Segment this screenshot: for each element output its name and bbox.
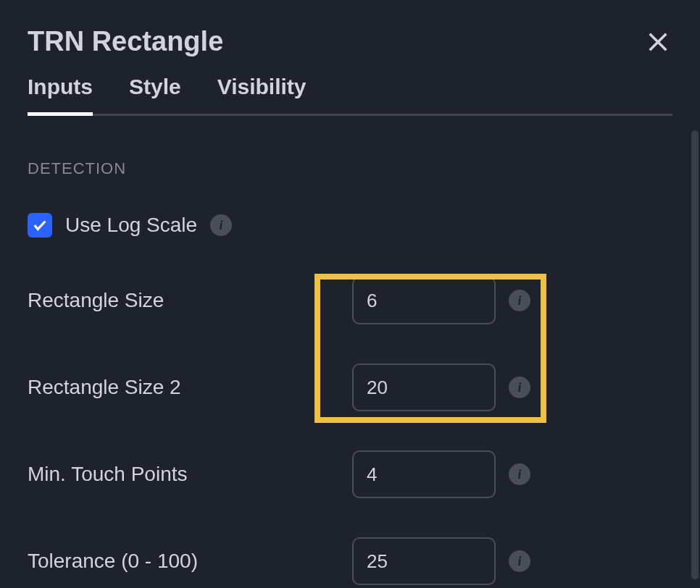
- scrollbar[interactable]: [691, 130, 699, 579]
- info-icon[interactable]: i: [509, 290, 530, 311]
- rectangle-size-2-input[interactable]: [352, 364, 496, 411]
- use-log-scale-label: Use Log Scale: [65, 214, 197, 237]
- tolerance-label: Tolerance (0 - 100): [28, 550, 352, 573]
- rectangle-size-row: Rectangle Size i: [28, 277, 672, 324]
- tolerance-input[interactable]: [352, 537, 496, 585]
- rectangle-size-2-row: Rectangle Size 2 i: [28, 364, 672, 411]
- min-touch-points-row: Min. Touch Points i: [28, 450, 672, 498]
- tab-visibility[interactable]: Visibility: [217, 75, 307, 114]
- tolerance-row: Tolerance (0 - 100) i: [28, 537, 672, 585]
- dialog-title: TRN Rectangle: [28, 26, 223, 57]
- close-button[interactable]: [643, 28, 672, 56]
- info-icon[interactable]: i: [210, 214, 232, 236]
- input-wrap: i: [352, 277, 530, 324]
- info-icon[interactable]: i: [509, 550, 530, 572]
- min-touch-points-label: Min. Touch Points: [28, 463, 352, 486]
- settings-dialog: TRN Rectangle Inputs Style Visibility DE…: [0, 0, 700, 588]
- rectangle-size-label: Rectangle Size: [28, 289, 352, 312]
- use-log-scale-row: Use Log Scale i: [28, 213, 672, 238]
- rectangle-size-2-label: Rectangle Size 2: [28, 376, 352, 399]
- tab-inputs[interactable]: Inputs: [28, 75, 93, 114]
- min-touch-points-input[interactable]: [352, 450, 496, 498]
- tabs-container: Inputs Style Visibility: [28, 75, 672, 116]
- tab-style[interactable]: Style: [129, 75, 181, 114]
- info-icon[interactable]: i: [509, 463, 530, 485]
- input-wrap: i: [352, 364, 530, 411]
- rectangle-size-input[interactable]: [352, 277, 496, 324]
- checkmark-icon: [32, 217, 48, 233]
- dialog-header: TRN Rectangle: [28, 14, 672, 75]
- input-wrap: i: [352, 450, 530, 498]
- input-wrap: i: [352, 537, 530, 585]
- section-header: DETECTION: [28, 159, 672, 178]
- use-log-scale-checkbox[interactable]: [28, 213, 52, 238]
- close-icon: [646, 30, 670, 54]
- dialog-content: DETECTION Use Log Scale i Rectangle Size…: [28, 116, 672, 585]
- info-icon[interactable]: i: [509, 377, 530, 398]
